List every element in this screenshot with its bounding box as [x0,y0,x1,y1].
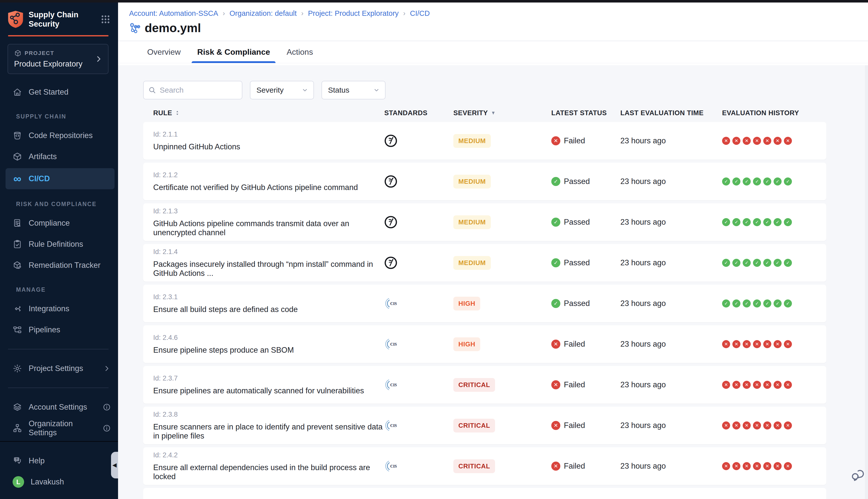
column-standards[interactable]: STANDARDS [384,109,453,117]
project-selector[interactable]: PROJECT Product Exploratory [8,44,108,74]
x-circle-icon: ✕ [722,422,730,429]
sidebar-item-get-started[interactable]: Get Started [0,82,118,103]
sidebar-item-cicd[interactable]: ∞ CI/CD [5,168,114,189]
breadcrumb-organization[interactable]: Organization: default [230,9,297,17]
evaluation-history: ✕✕✕✕✕✕✕ [722,462,826,470]
check-circle-icon: ✓ [743,259,751,267]
evaluation-history: ✓✓✓✓✓✓✓ [722,178,826,185]
column-severity[interactable]: SEVERITY [453,109,551,117]
check-circle-icon: ✓ [753,300,761,307]
gear-icon [13,364,22,373]
latest-status: ✓ Passed [551,299,620,308]
x-circle-icon: ✕ [743,381,751,389]
x-circle-icon: ✕ [722,462,730,470]
check-circle-icon: ✓ [743,218,751,226]
table-row[interactable]: Id: 2.3.7 Ensure pipelines are automatic… [143,366,826,404]
table-row[interactable]: Id: 2.4.6 Ensure pipeline steps produce … [143,325,826,363]
sidebar-item-pipelines[interactable]: Pipelines [0,319,118,340]
severity-filter-label: Severity [256,86,284,94]
latest-status: ✕ Failed [551,462,620,471]
column-rule[interactable]: RULE [153,109,384,117]
chat-bubbles-icon[interactable] [849,467,866,484]
page-title: demo.yml [145,22,201,35]
table-row[interactable]: Id: 2.1.4 Packages insecurely installed … [143,244,826,282]
table-row[interactable]: Id: 2.3.1 Ensure all build steps are def… [143,285,826,322]
infinity-icon: ∞ [13,174,22,183]
check-circle-icon: ✓ [753,178,761,185]
column-latest-status[interactable]: LATEST STATUS [551,109,620,117]
severity-badge: HIGH [453,297,480,311]
column-last-evaluation-time[interactable]: LAST EVALUATION TIME [620,109,722,117]
x-circle-icon: ✕ [763,462,771,470]
table-row[interactable]: Id: 2.3.8 Ensure scanners are in place t… [143,406,826,444]
sidebar-item-compliance[interactable]: Compliance [0,212,118,234]
severity-badge: MEDIUM [453,175,491,188]
pipeline-icon [129,22,141,34]
tab-risk-and-compliance[interactable]: Risk & Compliance [195,41,272,63]
svg-text:CIS: CIS [390,342,397,346]
rule-id: Id: 2.3.8 [153,411,384,418]
table-row[interactable]: Id: 2.1.2 Certificate not verified by Gi… [143,163,826,200]
sidebar-item-code-repositories[interactable]: Code Repositories [0,125,118,146]
sidebar-item-remediation-tracker[interactable]: Remediation Tracker [0,255,118,276]
sidebar-nav: Get Started SUPPLY CHAIN Code Repositori… [0,74,118,441]
sidebar-item-organization-settings[interactable]: Organization Settings [0,418,118,439]
tab-actions[interactable]: Actions [285,41,315,63]
breadcrumb-project[interactable]: Project: Product Exploratory [308,9,399,17]
sidebar-item-project-settings[interactable]: Project Settings [0,358,118,379]
check-circle-icon: ✓ [743,300,751,307]
status-text: Failed [564,340,585,349]
last-evaluation-time: 23 hours ago [620,462,722,471]
info-icon[interactable] [103,403,111,411]
status-filter-dropdown[interactable]: Status [322,81,386,99]
clipboard-check-icon [13,240,22,249]
chevron-right-icon [94,55,103,63]
module-grid-icon[interactable] [100,14,110,24]
sort-desc-icon [491,111,495,115]
status-text: Passed [564,177,590,186]
breadcrumb-cicd[interactable]: CI/CD [410,9,430,17]
table-row[interactable]: Id: 2.1.1 Unpinned GitHub Actions MEDIUM… [143,122,826,160]
rule-name: Packages insecurely installed through “n… [153,260,384,278]
latest-status: ✕ Failed [551,380,620,389]
sidebar-collapse-handle[interactable]: ◀ [111,452,118,478]
check-circle-icon: ✓ [722,259,730,267]
breadcrumb-account[interactable]: Account: Automation-SSCA [129,9,218,17]
rule-id: Id: 2.1.3 [153,207,384,215]
code-repository-icon [13,131,22,140]
sidebar-item-rule-definitions[interactable]: Rule Definitions [0,234,118,255]
rule-name: Ensure all external dependencies used in… [153,463,384,481]
svg-text:CIS: CIS [390,464,397,468]
x-circle-icon: ✕ [753,137,761,145]
tab-overview[interactable]: Overview [145,41,183,63]
table-row[interactable]: Id: 2.1.3 GitHub Actions pipeline comman… [143,203,826,241]
x-circle-icon: ✕ [551,462,560,471]
project-label: PROJECT [25,50,54,57]
info-icon[interactable] [103,424,111,433]
last-evaluation-time: 23 hours ago [620,340,722,349]
window-top-strip [0,0,868,2]
x-circle-icon: ✕ [763,422,771,429]
user-menu[interactable]: L Lavakush [0,471,118,492]
search-input[interactable] [144,81,242,99]
evaluation-history: ✓✓✓✓✓✓✓ [722,259,826,267]
sidebar-item-account-settings[interactable]: Account Settings [0,397,118,418]
sort-icon[interactable] [175,110,179,116]
help-chat-icon: ? [13,456,22,466]
cis-icon: CIS [384,460,453,473]
check-circle-icon: ✓ [784,300,792,307]
sidebar-item-artifacts[interactable]: Artifacts [0,146,118,167]
last-evaluation-time: 23 hours ago [620,299,722,308]
last-evaluation-time: 23 hours ago [620,258,722,267]
latest-status: ✓ Passed [551,177,620,186]
table-row[interactable]: Id: 3.1.7 CIS CRITICAL ✕ Failed 23 hours… [143,488,826,499]
sidebar-item-help[interactable]: ? Help [0,450,118,471]
table-row[interactable]: Id: 2.4.2 Ensure all external dependenci… [143,447,826,485]
scrollbar-track[interactable] [865,65,868,499]
owasp-icon [384,175,453,188]
column-evaluation-history[interactable]: EVALUATION HISTORY [722,109,826,117]
supply-chain-shield-logo [8,10,24,28]
sidebar-item-integrations[interactable]: Integrations [0,298,118,319]
severity-filter-dropdown[interactable]: Severity [250,81,314,99]
project-name: Product Exploratory [14,60,102,69]
